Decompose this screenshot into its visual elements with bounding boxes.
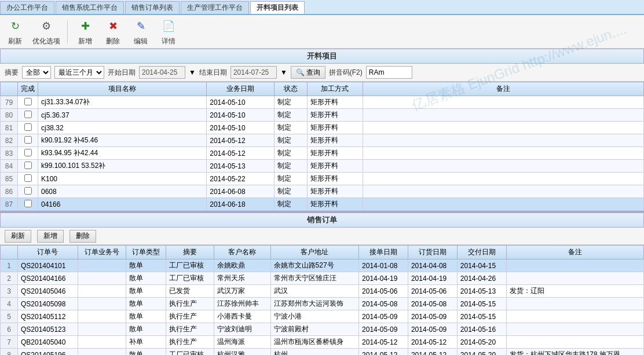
start-date-input[interactable] — [139, 66, 185, 79]
start-date-dropdown-icon[interactable]: ▼ — [189, 68, 196, 76]
top-table-body: 79 cj31.33.34.07补 2014-05-10 制定 矩形开料 80 … — [1, 96, 644, 211]
done-cell[interactable] — [18, 122, 38, 134]
date-cell: 2014-06-18 — [207, 198, 275, 211]
note-cell — [363, 122, 644, 134]
table-row[interactable]: 1 QS201404101 散单 工厂已审核 余姚欧鼎 余姚市文山路527号 2… — [1, 259, 644, 272]
date-cell: 2014-05-12 — [207, 147, 275, 160]
col-biz-date: 业务日期 — [207, 82, 275, 96]
query-button[interactable]: 🔍 查询 — [291, 66, 325, 79]
tab-production[interactable]: 生产管理工作平台 — [181, 1, 249, 14]
add-button[interactable]: ✚ 新增 — [75, 17, 96, 46]
tab-sales-sys[interactable]: 销售系统工作平台 — [56, 1, 124, 14]
toolbar-separator — [67, 20, 68, 43]
status-cell: 制定 — [275, 109, 308, 122]
done-cell[interactable] — [18, 160, 38, 173]
customer-cell: 杭州汉雅 — [214, 349, 270, 356]
done-cell[interactable] — [18, 173, 38, 185]
col-row-num — [1, 82, 18, 96]
done-cell[interactable] — [18, 109, 38, 122]
name-cell: 0608 — [38, 185, 207, 198]
order-date-cell: 2014-04-19 — [408, 272, 457, 285]
done-cell[interactable] — [18, 147, 38, 160]
main-content: 开料项目 摘要 全部 最近三个月 开始日期 ▼ 结束日期 ▼ 🔍 查询 拼音码(… — [0, 49, 644, 355]
refresh-button[interactable]: ↻ 刷新 — [5, 17, 25, 46]
note2-cell — [506, 336, 643, 349]
bottom-section-header: 销售订单 — [0, 213, 644, 228]
name-cell: 04166 — [38, 198, 207, 211]
table-row[interactable]: 81 cj38.32 2014-05-10 制定 矩形开料 — [1, 122, 644, 134]
summary-select[interactable]: 全部 — [22, 66, 51, 79]
table-row[interactable]: 4 QS201405098 散单 执行生产 江苏徐州帅丰 江苏郑州市大运河装饰 … — [1, 298, 644, 310]
order-no-cell: QS201405098 — [18, 298, 78, 310]
table-row[interactable]: 85 K100 2014-05-22 制定 矩形开料 — [1, 173, 644, 185]
process-cell: 矩形开料 — [308, 96, 363, 109]
type-cell: 散单 — [126, 298, 166, 310]
pinyin-input[interactable] — [366, 66, 412, 79]
optimize-button[interactable]: ⚙ 优化选项 — [32, 17, 60, 46]
done-cell[interactable] — [18, 134, 38, 147]
done-cell[interactable] — [18, 185, 38, 198]
table-row[interactable]: 80 cj5.36.37 2014-05-10 制定 矩形开料 — [1, 109, 644, 122]
end-date-input[interactable] — [230, 66, 277, 79]
deliver-date-cell: 2014-05-20 — [457, 336, 506, 349]
table-row[interactable]: 3 QS201405046 散单 已发货 武汉万家 武汉 2014-05-06 … — [1, 285, 644, 298]
table-row[interactable]: 2 QS201404166 散单 工厂已审核 常州天乐 常州市天宁区雏庄汪 20… — [1, 272, 644, 285]
order-no-cell: QS201405123 — [18, 323, 78, 336]
col-receive-date: 接单日期 — [359, 246, 408, 259]
edit-button[interactable]: ✎ 编辑 — [130, 17, 151, 46]
bottom-add-button[interactable]: 新增 — [37, 230, 64, 243]
row-num-cell: 85 — [1, 173, 18, 185]
top-section: 开料项目 摘要 全部 最近三个月 开始日期 ▼ 结束日期 ▼ 🔍 查询 拼音码(… — [0, 49, 644, 211]
end-date-dropdown-icon[interactable]: ▼ — [280, 68, 287, 76]
col-order-date: 订货日期 — [408, 246, 457, 259]
table-row[interactable]: 7 QB201405040 补单 执行生产 温州海派 温州市瓯海区番桥镇身 20… — [1, 336, 644, 349]
bottom-delete-button[interactable]: 删除 — [69, 230, 96, 243]
table-row[interactable]: 82 k90.91.92 补45.46 2014-05-12 制定 矩形开料 — [1, 134, 644, 147]
summary-cell: 执行生产 — [166, 323, 214, 336]
bottom-refresh-button[interactable]: 刷新 — [5, 230, 31, 243]
table-row[interactable]: 84 k99.100.101 53.52补 2014-05-13 制定 矩形开料 — [1, 160, 644, 173]
name-cell: k93.94.95 补42.44 — [38, 147, 207, 160]
tab-open-project[interactable]: 开料项目列表 — [250, 1, 305, 14]
table-row[interactable]: 86 0608 2014-06-08 制定 矩形开料 — [1, 185, 644, 198]
table-row[interactable]: 83 k93.94.95 补42.44 2014-05-12 制定 矩形开料 — [1, 147, 644, 160]
note-cell — [363, 109, 644, 122]
customer-cell: 宁波刘迪明 — [214, 323, 270, 336]
note-cell — [363, 134, 644, 147]
table-row[interactable]: 79 cj31.33.34.07补 2014-05-10 制定 矩形开料 — [1, 96, 644, 109]
table-row[interactable]: 5 QS201405112 散单 执行生产 小港西卡曼 宁波小港 2014-05… — [1, 310, 644, 323]
note-cell — [363, 185, 644, 198]
row-num-cell: 5 — [1, 310, 18, 323]
summary-cell: 执行生产 — [166, 310, 214, 323]
period-select[interactable]: 最近三个月 — [54, 66, 104, 79]
tab-office[interactable]: 办公工作平台 — [0, 1, 54, 14]
detail-button[interactable]: 📄 详情 — [158, 17, 179, 46]
settings-icon: ⚙ — [37, 17, 56, 35]
name-cell: k90.91.92 补45.46 — [38, 134, 207, 147]
receive-date-cell: 2014-05-12 — [359, 336, 408, 349]
done-cell[interactable] — [18, 198, 38, 211]
tab-sales-order[interactable]: 销售订单列表 — [125, 1, 180, 14]
table-row[interactable]: 8 QS201405196 散单 工厂已审核 杭州汉雅 杭州 2014-05-1… — [1, 349, 644, 356]
customer-cell: 江苏徐州帅丰 — [214, 298, 270, 310]
top-table: 完成 项目名称 业务日期 状态 加工方式 备注 79 cj31.33.34.07… — [0, 82, 644, 211]
note2-cell — [506, 272, 643, 285]
note2-cell: 发货：辽阳 — [506, 285, 643, 298]
receive-date-cell: 2014-04-19 — [359, 272, 408, 285]
delete-button[interactable]: ✖ 删除 — [103, 17, 123, 46]
table-row[interactable]: 6 QS201405123 散单 执行生产 宁波刘迪明 宁波前殿村 2014-0… — [1, 323, 644, 336]
bottom-toolbar: 刷新 新增 删除 — [0, 228, 644, 245]
process-cell: 矩形开料 — [308, 122, 363, 134]
status-cell: 制定 — [275, 173, 308, 185]
receive-date-cell: 2014-05-08 — [359, 298, 408, 310]
done-cell[interactable] — [18, 96, 38, 109]
bottom-table-header: 订单号 订单业务号 订单类型 摘要 客户名称 客户地址 接单日期 订货日期 交付… — [1, 246, 644, 259]
order-date-cell: 2014-04-08 — [408, 259, 457, 272]
customer-cell: 温州海派 — [214, 336, 270, 349]
table-row[interactable]: 87 04166 2014-06-18 制定 矩形开料 — [1, 198, 644, 211]
col-deliver-date: 交付日期 — [457, 246, 506, 259]
order-no-cell: QS201404101 — [18, 259, 78, 272]
name-cell: k99.100.101 53.52补 — [38, 160, 207, 173]
address-cell: 江苏郑州市大运河装饰 — [270, 298, 358, 310]
name-cell: cj38.32 — [38, 122, 207, 134]
